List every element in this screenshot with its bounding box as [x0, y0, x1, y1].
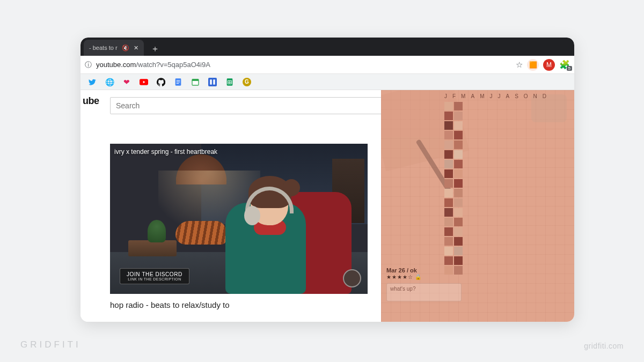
svg-rect-3	[177, 82, 180, 82]
site-info-icon[interactable]: ⓘ	[85, 60, 92, 70]
bookmarks-bar: 🌐 ❤ G	[80, 74, 574, 90]
video-player[interactable]: ivry x tender spring - first heartbreak …	[110, 144, 368, 294]
tab-strip: - beats to r 🔇 ✕ ＋	[80, 38, 574, 56]
pixel-cell[interactable]	[444, 247, 453, 255]
tab-mute-icon[interactable]: 🔇	[122, 45, 129, 51]
bookmark-heart-icon[interactable]: ❤	[122, 78, 131, 86]
pixel-cell[interactable]	[454, 208, 463, 217]
pixel-cell[interactable]	[454, 179, 463, 188]
pixel-cell[interactable]	[444, 256, 453, 265]
new-tab-button[interactable]: ＋	[148, 42, 162, 56]
tab-title: - beats to r	[89, 45, 118, 51]
page-content: ube Search ▦ 🔔 ⋮	[80, 90, 574, 322]
month-label: A	[471, 93, 475, 99]
profile-avatar-icon[interactable]: M	[543, 59, 555, 71]
pixel-cell[interactable]	[444, 141, 453, 149]
svg-rect-8	[210, 79, 211, 84]
extension-pixel-icon[interactable]: 🟧	[527, 59, 539, 71]
search-placeholder: Search	[116, 101, 140, 110]
browser-tab[interactable]: - beats to r 🔇 ✕	[84, 40, 144, 56]
bookmark-youtube-icon[interactable]	[140, 78, 148, 86]
entry-rating: ★★★★☆	[386, 274, 413, 280]
pixel-cell[interactable]	[454, 150, 463, 159]
youtube-logo-fragment[interactable]: ube	[80, 90, 110, 107]
bookmark-app-icon[interactable]	[208, 78, 217, 86]
pixel-cell[interactable]	[454, 112, 463, 120]
month-label: M	[480, 93, 485, 99]
pixel-grid[interactable]	[444, 102, 463, 275]
month-label: J	[489, 93, 493, 99]
pixel-cell[interactable]	[454, 121, 463, 130]
svg-rect-7	[208, 78, 217, 86]
lock-icon: 🔒	[415, 274, 421, 280]
pixel-cell[interactable]	[454, 141, 463, 149]
month-label: M	[461, 93, 466, 99]
month-label: A	[506, 93, 510, 99]
pixel-cell[interactable]	[454, 237, 463, 246]
pixel-cell[interactable]	[454, 169, 463, 178]
bookmark-globe-icon[interactable]: 🌐	[105, 78, 114, 86]
entry-note-placeholder: what's up?	[390, 286, 416, 292]
bookmark-github-icon[interactable]	[157, 78, 165, 86]
pixel-cell[interactable]	[454, 131, 463, 139]
entry-note-input[interactable]: what's up?	[386, 283, 462, 301]
bookmark-calendar-icon[interactable]	[191, 78, 200, 86]
pixel-cell[interactable]	[444, 189, 453, 197]
extensions-count-badge: 5	[567, 66, 572, 71]
extensions-puzzle-icon[interactable]: 🧩5	[559, 60, 570, 70]
pixel-cell[interactable]	[444, 227, 453, 236]
url-domain: youtube.com	[96, 61, 136, 69]
bookmark-sheets-icon[interactable]	[225, 78, 234, 86]
months-row: JFMAMJJASOND	[444, 93, 547, 99]
pixel-cell[interactable]	[444, 169, 453, 178]
svg-rect-2	[177, 80, 180, 80]
browser-window: - beats to r 🔇 ✕ ＋ ⓘ youtube.com/watch?v…	[80, 38, 574, 322]
month-label: F	[452, 93, 456, 99]
month-label: S	[515, 93, 519, 99]
pixel-cell[interactable]	[454, 227, 463, 236]
extension-popup[interactable]: JFMAMJJASOND Mar 26 / ok ★★★★☆ 🔒 what's …	[381, 90, 574, 322]
pixel-cell[interactable]	[454, 102, 463, 110]
svg-rect-6	[192, 79, 199, 80]
watermark-left: GRIDFITI	[20, 339, 81, 350]
video-overlay-title: ivry x tender spring - first heartbreak	[114, 148, 217, 156]
pixel-cell[interactable]	[454, 160, 463, 168]
pixel-cell[interactable]	[454, 247, 463, 255]
pixel-cell[interactable]	[444, 121, 453, 130]
pixel-cell[interactable]	[444, 150, 453, 159]
pixel-cell[interactable]	[444, 218, 453, 226]
bookmark-grammarly-icon[interactable]: G	[243, 78, 251, 86]
pixel-cell[interactable]	[444, 102, 453, 110]
bookmark-star-icon[interactable]: ☆	[516, 60, 523, 70]
address-bar[interactable]: youtube.com/watch?v=5qap5aO4i9A	[96, 61, 511, 69]
url-path: /watch?v=5qap5aO4i9A	[136, 61, 210, 69]
discord-banner-label: JOIN THE DISCORD	[127, 271, 182, 277]
address-bar-row: ⓘ youtube.com/watch?v=5qap5aO4i9A ☆ 🟧 M …	[80, 56, 574, 74]
pixel-cell[interactable]	[454, 256, 463, 265]
month-label: D	[543, 93, 547, 99]
svg-rect-4	[177, 83, 179, 84]
pixel-cell[interactable]	[454, 218, 463, 226]
journal-entry: Mar 26 / ok ★★★★☆ 🔒 what's up?	[386, 267, 462, 301]
discord-banner-sub: LINK IN THE DESCRIPTION	[127, 277, 182, 281]
bookmark-twitter-icon[interactable]	[88, 78, 97, 86]
month-label: J	[444, 93, 448, 99]
pixel-cell[interactable]	[454, 198, 463, 207]
pixel-cell[interactable]	[444, 237, 453, 246]
month-label: O	[524, 93, 529, 99]
pixel-cell[interactable]	[444, 179, 453, 188]
bookmark-docs-icon[interactable]	[174, 78, 182, 86]
pixel-cell[interactable]	[444, 160, 453, 168]
pixel-cell[interactable]	[444, 198, 453, 207]
month-label: N	[533, 93, 538, 99]
youtube-left-gutter: ube	[80, 90, 110, 322]
channel-avatar-overlay[interactable]	[343, 269, 361, 287]
svg-rect-9	[213, 79, 215, 84]
pixel-cell[interactable]	[454, 189, 463, 197]
pixel-cell[interactable]	[444, 131, 453, 139]
watermark-right: gridfiti.com	[584, 342, 624, 350]
discord-banner[interactable]: JOIN THE DISCORD LINK IN THE DESCRIPTION	[120, 268, 189, 284]
tab-close-icon[interactable]: ✕	[134, 45, 138, 51]
pixel-cell[interactable]	[444, 112, 453, 120]
pixel-cell[interactable]	[444, 208, 453, 217]
